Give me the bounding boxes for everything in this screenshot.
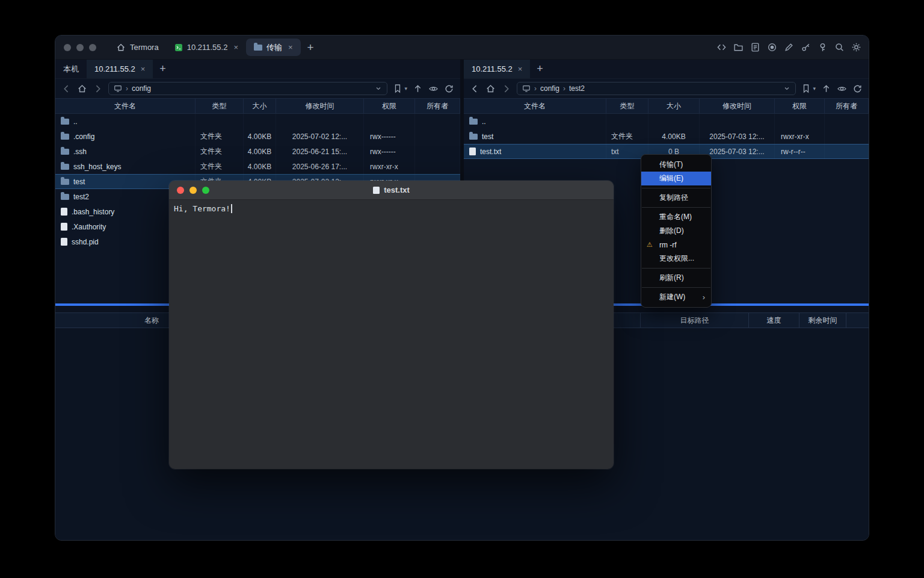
chevron-down-icon[interactable]: ▾ [404,85,407,92]
new-tab-button[interactable]: + [301,41,321,54]
file-icon [373,187,380,194]
close-icon[interactable]: × [233,43,238,52]
minimize-window-button[interactable] [189,187,197,194]
tab-label: 本机 [63,64,79,75]
chevron-down-icon[interactable] [783,85,790,92]
window-controls[interactable] [64,44,96,51]
table-row[interactable]: test 文件夹 4.00KB 2025-07-03 12:... rwxr-x… [464,129,869,144]
cell-perm: rwx------ [364,144,415,159]
back-icon[interactable] [470,84,480,94]
column-header[interactable]: 大小 [648,99,700,113]
tab-host[interactable]: 10.211.55.2 × [87,60,153,78]
close-icon[interactable]: × [518,64,523,73]
path-segment[interactable]: config [132,84,151,93]
editor-window: test.txt Hi, Termora! [169,181,614,469]
column-header[interactable]: 大小 [244,99,276,113]
folder-icon [61,179,69,185]
cell-size: 4.00KB [648,129,700,144]
column-header[interactable]: 目标路径 [640,313,748,328]
editor-window-controls[interactable] [177,187,209,194]
bookmark-control[interactable]: ▾ [393,84,407,94]
column-header[interactable]: 所有者 [825,99,869,113]
search-icon[interactable] [834,42,845,52]
menu-item-delete[interactable]: 删除(D) [641,224,711,238]
refresh-icon[interactable] [444,84,454,94]
path-separator: › [126,84,128,93]
home-icon[interactable] [77,84,87,94]
close-window-button[interactable] [64,44,71,51]
upload-icon[interactable] [821,84,831,94]
edit-icon[interactable] [784,42,794,52]
back-icon[interactable] [61,84,72,94]
tab-host-terminal[interactable]: 10.211.55.2 × [167,39,246,56]
table-row[interactable]: .. [464,114,869,129]
record-icon[interactable] [767,42,777,52]
settings-icon[interactable] [851,42,861,52]
menu-item-rm-rf[interactable]: ⚠ rm -rf [641,238,711,252]
tab-transfer[interactable]: 传输 × [246,39,301,56]
column-header[interactable]: 修改时间 [276,99,364,113]
refresh-icon[interactable] [852,84,863,94]
tab-termora[interactable]: Termora [108,39,167,56]
new-panel-tab-button[interactable]: + [153,60,173,78]
forward-icon[interactable] [501,84,511,94]
path-bar[interactable]: › config › test2 [517,82,796,95]
menu-item-transfer[interactable]: 传输(T) [641,158,711,172]
menu-item-rename[interactable]: 重命名(M) [641,210,711,224]
upload-icon[interactable] [413,84,423,94]
zoom-window-button[interactable] [202,187,209,194]
bookmark-icon[interactable] [393,84,403,94]
forward-icon[interactable] [93,84,103,94]
menu-item-copy-path[interactable]: 复制路径 [641,191,711,205]
column-header[interactable]: 类型 [606,99,648,113]
close-icon[interactable]: × [141,64,146,73]
table-row[interactable]: .. [55,114,460,129]
file-icon [61,238,67,246]
column-header[interactable]: 速度 [748,313,799,328]
path-bar[interactable]: › config [108,82,387,95]
chevron-down-icon[interactable] [375,85,382,92]
log-icon[interactable] [750,42,760,52]
keychain-icon[interactable] [818,42,828,52]
bookmark-icon[interactable] [801,84,812,94]
zoom-window-button[interactable] [89,44,96,51]
column-header[interactable]: 修改时间 [700,99,775,113]
editor-titlebar[interactable]: test.txt [169,181,614,200]
column-header[interactable]: 所有者 [415,99,460,113]
path-segment[interactable]: test2 [569,84,585,93]
close-icon[interactable]: × [288,43,293,52]
column-header[interactable]: 剩余时间 [799,313,846,328]
tab-label: 传输 [266,42,282,53]
close-window-button[interactable] [177,187,184,194]
table-row[interactable]: .ssh 文件夹 4.00KB 2025-06-21 15:... rwx---… [55,144,460,159]
path-segment[interactable]: config [540,84,559,93]
code-icon[interactable] [716,42,727,52]
bookmark-control[interactable]: ▾ [801,84,816,94]
column-header[interactable]: 权限 [775,99,825,113]
column-header[interactable]: 文件名 [55,99,196,113]
menu-item-edit[interactable]: 编辑(E) [641,172,711,185]
show-hidden-icon[interactable] [837,84,847,94]
home-icon[interactable] [485,84,496,94]
computer-icon [522,84,531,93]
file-icon [469,148,476,155]
minimize-window-button[interactable] [76,44,84,51]
column-header[interactable]: 类型 [196,99,244,113]
column-header[interactable]: 权限 [364,99,415,113]
key-icon[interactable] [801,42,811,52]
menu-item-chmod[interactable]: 更改权限... [641,252,711,266]
folder-icon[interactable] [733,42,744,52]
file-name: .Xauthority [72,223,106,231]
menu-item-refresh[interactable]: 刷新(R) [641,271,711,285]
editor-title: test.txt [169,185,614,194]
show-hidden-icon[interactable] [428,84,439,94]
editor-content[interactable]: Hi, Termora! [169,200,614,469]
tab-host[interactable]: 10.211.55.2 × [464,60,530,78]
menu-item-new[interactable]: 新建(W) › [641,290,711,304]
new-panel-tab-button[interactable]: + [530,60,550,78]
tab-local[interactable]: 本机 [55,60,87,78]
chevron-down-icon[interactable]: ▾ [813,85,816,92]
table-row[interactable]: .config 文件夹 4.00KB 2025-07-02 12:... rwx… [55,129,460,144]
table-row[interactable]: ssh_host_keys 文件夹 4.00KB 2025-06-26 17:.… [55,159,460,174]
column-header[interactable]: 文件名 [464,99,606,113]
